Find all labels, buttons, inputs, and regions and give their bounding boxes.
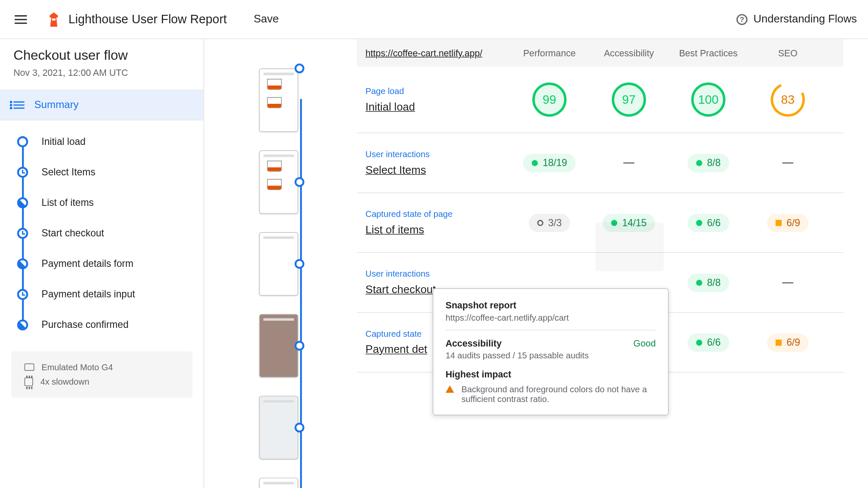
navigation-icon [17,136,28,147]
nav-step-payment-form[interactable]: Payment details form [17,249,203,279]
device-icon [25,363,34,371]
score-pill[interactable]: 3/3 [529,214,570,232]
flow-date: Nov 3, 2021, 12:00 AM UTC [0,67,203,90]
row-name-link[interactable]: Initial load [365,100,509,113]
flow-title: Checkout user flow [0,47,203,67]
sidebar: Checkout user flow Nov 3, 2021, 12:00 AM… [0,39,204,488]
thumbnail[interactable] [259,478,298,488]
app-header: Lighthouse User Flow Report Save ? Under… [0,0,868,39]
metric-cell: — [748,156,827,169]
flow-row: User interactionsSelect Items18/19—8/8— [357,133,843,193]
score-pill[interactable]: 8/8 [687,273,729,291]
score-gauge[interactable]: 99 [532,83,567,117]
metric-cell: 97 [589,83,668,117]
score-pill[interactable]: 14/15 [603,214,655,232]
nav-step-list-items[interactable]: List of items [17,188,203,218]
metric-cell: 99 [510,83,589,117]
tooltip-url: https://coffee-cart.netlify.app/cart [445,313,656,322]
list-icon [14,101,25,108]
snapshot-icon [17,258,28,269]
col-accessibility: Accessibility [589,47,668,58]
understanding-flows-link[interactable]: Understanding Flows [754,13,857,25]
row-type: Page load [365,86,509,96]
flow-row: Captured state of pageList of items3/314… [357,193,843,253]
score-pill[interactable]: 18/19 [523,154,576,172]
nav-step-start-checkout[interactable]: Start checkout [17,218,203,249]
step-list: Initial load Select Items List of items … [0,120,203,340]
row-type: User interactions [365,149,509,159]
score-pill[interactable]: 6/9 [767,214,809,232]
col-seo: SEO [748,47,827,58]
help-icon: ? [736,14,747,25]
row-type: Captured state of page [365,209,509,219]
row-type: User interactions [365,269,509,278]
snapshot-tooltip: Snapshot report https://coffee-cart.netl… [433,288,669,416]
metric-cell: 6/6 [669,214,748,232]
device-info: Emulated Moto G4 4x slowdown [11,351,192,398]
metric-cell: — [589,156,668,169]
metric-cell: 83 [748,83,827,117]
score-pill[interactable]: 8/8 [687,154,729,172]
timespan-icon [17,289,28,300]
metric-cell: 100 [669,83,748,117]
row-name-link[interactable]: List of items [365,224,509,236]
score-pill[interactable]: 6/6 [687,214,729,232]
nav-step-purchase-confirmed[interactable]: Purchase confirmed [17,310,203,340]
nav-summary-label: Summary [34,99,79,111]
metric-cell: 8/8 [669,273,748,291]
timespan-icon [295,177,304,187]
metric-cell: 8/8 [669,154,748,172]
snapshot-icon [17,197,28,208]
thumbnail[interactable] [259,314,298,377]
metric-cell: 18/19 [510,154,589,172]
nav-step-payment-input[interactable]: Payment details input [17,279,203,310]
score-gauge[interactable]: 100 [691,83,726,117]
thumbnail[interactable] [259,69,298,132]
metric-cell: 3/3 [510,214,589,232]
score-gauge[interactable]: 83 [771,83,805,117]
metric-cell: 14/15 [589,214,668,232]
flow-row: Page loadInitial load999710083 [357,67,843,133]
score-pill[interactable]: 6/9 [767,333,809,352]
col-performance: Performance [510,47,589,58]
nav-step-initial-load[interactable]: Initial load [17,126,203,157]
hamburger-icon[interactable] [11,11,31,27]
warning-triangle-icon [445,385,454,393]
tooltip-title: Snapshot report [445,300,656,311]
lighthouse-logo-icon [47,12,60,27]
score-gauge[interactable]: 97 [612,83,646,117]
url-header[interactable]: https://coffee-cart.netlify.app/ [357,47,510,58]
not-applicable: — [782,156,793,169]
timeline [204,39,357,488]
cpu-icon [25,377,33,386]
snapshot-icon [295,259,304,269]
metric-cell: 6/6 [669,333,748,352]
thumbnail[interactable] [259,232,298,296]
not-applicable: — [782,276,793,289]
metric-cell: — [748,276,827,289]
navigation-icon [295,64,304,73]
save-button[interactable]: Save [253,13,278,25]
snapshot-icon [295,423,304,433]
nav-summary[interactable]: Summary [0,90,203,119]
snapshot-icon [17,319,28,330]
col-best-practices: Best Practices [669,47,748,58]
timespan-icon [295,341,304,351]
page-title: Lighthouse User Flow Report [69,12,227,26]
metric-cell: 6/9 [748,333,827,352]
metric-cell: 6/9 [748,214,827,232]
timespan-icon [17,167,28,178]
summary-table: https://coffee-cart.netlify.app/ Perform… [357,39,868,488]
nav-step-select-items[interactable]: Select Items [17,157,203,188]
column-headers: https://coffee-cart.netlify.app/ Perform… [357,39,843,67]
thumbnail[interactable] [259,150,298,214]
timespan-icon [17,228,28,239]
not-applicable: — [623,156,634,169]
thumbnail[interactable] [259,396,298,459]
row-name-link[interactable]: Select Items [365,164,509,176]
score-pill[interactable]: 6/6 [687,333,729,352]
